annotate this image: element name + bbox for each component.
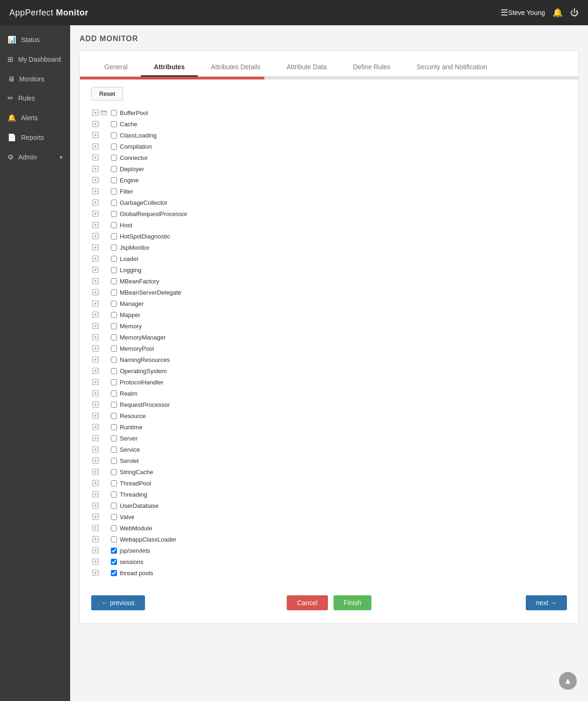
- expand-icon[interactable]: [91, 367, 100, 375]
- expand-icon[interactable]: [91, 210, 100, 218]
- sidebar-item-alerts[interactable]: 🔔 Alerts: [0, 108, 70, 128]
- sidebar-item-monitors[interactable]: 🖥 Monitors: [0, 69, 70, 88]
- tree-item-checkbox[interactable]: [111, 424, 117, 430]
- expand-icon[interactable]: [91, 434, 100, 442]
- expand-icon[interactable]: [91, 322, 100, 330]
- expand-icon[interactable]: [91, 131, 100, 139]
- next-button[interactable]: next →: [526, 595, 567, 610]
- expand-icon[interactable]: [91, 333, 100, 341]
- tree-item-checkbox[interactable]: [111, 368, 117, 374]
- expand-icon[interactable]: [91, 535, 100, 543]
- tree-item-checkbox[interactable]: [111, 536, 117, 542]
- expand-icon[interactable]: [91, 288, 100, 296]
- tree-item-checkbox[interactable]: [111, 548, 117, 554]
- expand-icon[interactable]: [91, 277, 100, 285]
- expand-icon[interactable]: [91, 501, 100, 510]
- expand-icon[interactable]: [91, 232, 100, 240]
- expand-icon[interactable]: [91, 176, 100, 184]
- tree-item-checkbox[interactable]: [111, 357, 117, 363]
- tree-item-checkbox[interactable]: [111, 570, 117, 576]
- tree-item-checkbox[interactable]: [111, 121, 117, 127]
- expand-icon[interactable]: [91, 221, 100, 229]
- expand-icon[interactable]: [91, 378, 100, 386]
- expand-icon[interactable]: [91, 108, 100, 117]
- sidebar-item-my-dashboard[interactable]: ⊞ My Dashboard: [0, 50, 70, 69]
- tree-item-checkbox[interactable]: [111, 177, 117, 183]
- expand-icon[interactable]: [91, 389, 100, 397]
- tree-item-checkbox[interactable]: [111, 211, 117, 217]
- finish-button[interactable]: Finish: [334, 595, 371, 610]
- tree-item-checkbox[interactable]: [111, 110, 117, 116]
- expand-icon[interactable]: [91, 165, 100, 173]
- tree-item-checkbox[interactable]: [111, 278, 117, 284]
- expand-icon[interactable]: [91, 299, 100, 308]
- tab-security-notification[interactable]: Security and Notification: [404, 58, 501, 77]
- sidebar-item-reports[interactable]: 📄 Reports: [0, 128, 70, 147]
- sidebar-item-rules[interactable]: ✏ Rules: [0, 88, 70, 108]
- tab-define-rules[interactable]: Define Rules: [340, 58, 403, 77]
- expand-icon[interactable]: [91, 254, 100, 263]
- tree-item-checkbox[interactable]: [111, 256, 117, 262]
- expand-icon[interactable]: [91, 311, 100, 319]
- tree-item-checkbox[interactable]: [111, 233, 117, 239]
- expand-icon[interactable]: [91, 344, 100, 353]
- expand-icon[interactable]: [91, 524, 100, 532]
- tree-item-checkbox[interactable]: [111, 435, 117, 441]
- tree-item-checkbox[interactable]: [111, 289, 117, 296]
- expand-icon[interactable]: [91, 120, 100, 128]
- tree-item-checkbox[interactable]: [111, 503, 117, 509]
- expand-icon[interactable]: [91, 490, 100, 499]
- expand-icon[interactable]: [91, 198, 100, 207]
- tree-item-checkbox[interactable]: [111, 469, 117, 475]
- tree-item-checkbox[interactable]: [111, 245, 117, 251]
- tree-item-checkbox[interactable]: [111, 525, 117, 531]
- tree-item-checkbox[interactable]: [111, 267, 117, 273]
- expand-icon[interactable]: [91, 468, 100, 476]
- tree-item-checkbox[interactable]: [111, 166, 117, 172]
- expand-icon[interactable]: [91, 400, 100, 409]
- power-icon[interactable]: ⏻: [570, 8, 579, 18]
- tree-item-checkbox[interactable]: [111, 312, 117, 318]
- bell-icon[interactable]: 🔔: [552, 7, 563, 18]
- reset-button[interactable]: Reset: [91, 87, 123, 101]
- tree-item-checkbox[interactable]: [111, 132, 117, 138]
- tree-item-checkbox[interactable]: [111, 514, 117, 520]
- tab-attributes-details[interactable]: Attributes Details: [198, 58, 274, 77]
- expand-icon[interactable]: [91, 557, 100, 566]
- tab-attribute-data[interactable]: Attribute Data: [274, 58, 340, 77]
- tree-item-checkbox[interactable]: [111, 379, 117, 385]
- expand-icon[interactable]: [91, 243, 100, 252]
- tree-item-checkbox[interactable]: [111, 144, 117, 150]
- expand-icon[interactable]: [91, 569, 100, 577]
- tree-item-checkbox[interactable]: [111, 413, 117, 419]
- expand-icon[interactable]: [91, 445, 100, 454]
- tree-item-checkbox[interactable]: [111, 200, 117, 206]
- expand-icon[interactable]: [91, 479, 100, 487]
- cancel-button[interactable]: Cancel: [287, 595, 328, 610]
- tab-attributes[interactable]: Attributes: [141, 58, 198, 77]
- tree-item-checkbox[interactable]: [111, 559, 117, 565]
- tree-item-checkbox[interactable]: [111, 334, 117, 340]
- tree-item-checkbox[interactable]: [111, 323, 117, 329]
- tree-item-checkbox[interactable]: [111, 447, 117, 453]
- tree-item-checkbox[interactable]: [111, 480, 117, 486]
- sidebar-item-admin[interactable]: ⚙ Admin ▾: [0, 147, 70, 167]
- tree-item-checkbox[interactable]: [111, 188, 117, 195]
- previous-button[interactable]: ← previous: [91, 595, 145, 610]
- tree-item-checkbox[interactable]: [111, 390, 117, 397]
- tab-general[interactable]: General: [91, 58, 141, 77]
- tree-item-checkbox[interactable]: [111, 222, 117, 228]
- tree-item-checkbox[interactable]: [111, 458, 117, 464]
- tree-item-checkbox[interactable]: [111, 491, 117, 498]
- expand-icon[interactable]: [91, 456, 100, 465]
- tree-item-checkbox[interactable]: [111, 346, 117, 352]
- scroll-to-top[interactable]: ▲: [559, 672, 577, 690]
- tree-item-checkbox[interactable]: [111, 402, 117, 408]
- expand-icon[interactable]: [91, 513, 100, 521]
- expand-icon[interactable]: [91, 153, 100, 162]
- tree-item-checkbox[interactable]: [111, 155, 117, 161]
- expand-icon[interactable]: [91, 546, 100, 555]
- expand-icon[interactable]: [91, 266, 100, 274]
- tree-item-checkbox[interactable]: [111, 301, 117, 307]
- expand-icon[interactable]: [91, 423, 100, 431]
